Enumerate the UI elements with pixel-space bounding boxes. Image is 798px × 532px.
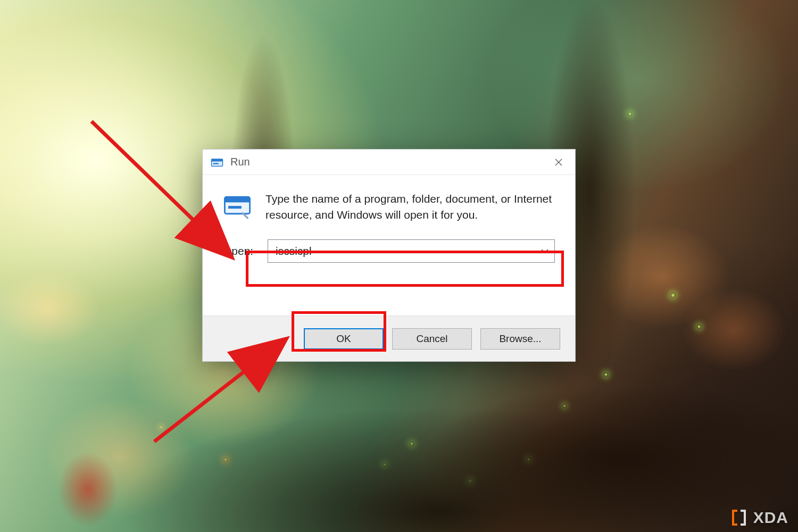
open-combobox[interactable] [268, 239, 555, 263]
dialog-body: Type the name of a program, folder, docu… [203, 175, 575, 263]
close-icon [554, 158, 563, 167]
ok-button[interactable]: OK [304, 328, 384, 350]
svg-rect-1 [212, 159, 223, 162]
open-label: Open: [223, 245, 257, 257]
dialog-button-row: OK Cancel Browse... [203, 315, 575, 361]
browse-button[interactable]: Browse... [480, 328, 560, 350]
close-button[interactable] [542, 149, 576, 175]
cancel-button[interactable]: Cancel [392, 328, 472, 350]
xda-watermark: XDA [730, 509, 788, 527]
svg-rect-5 [228, 206, 242, 209]
dialog-description: Type the name of a program, folder, docu… [265, 191, 555, 223]
run-app-icon [210, 155, 224, 169]
combobox-dropdown-button[interactable] [535, 246, 554, 256]
svg-rect-4 [225, 197, 250, 202]
open-input[interactable] [268, 240, 535, 262]
xda-bracket-icon [730, 509, 748, 527]
run-dialog: Run Type the name of a program, folder, … [202, 149, 576, 362]
run-large-icon [223, 191, 252, 220]
xda-watermark-text: XDA [753, 509, 788, 527]
titlebar[interactable]: Run [203, 149, 575, 175]
svg-rect-2 [213, 163, 219, 164]
dialog-title: Run [230, 156, 250, 168]
chevron-down-icon [541, 248, 548, 254]
